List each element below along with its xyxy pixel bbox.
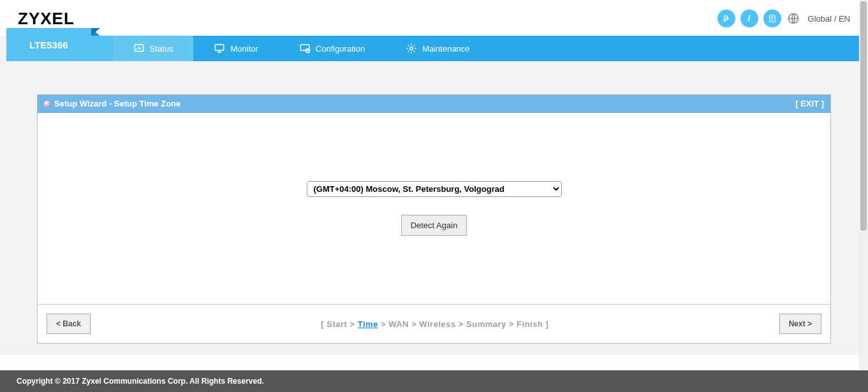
main-nav: LTE5366 Status Monitor [0, 36, 868, 355]
back-button[interactable]: < Back [47, 314, 91, 334]
wizard-step: Summary [466, 319, 506, 329]
nav-item-monitor[interactable]: Monitor [193, 36, 278, 61]
scrollbar-thumb[interactable] [860, 1, 867, 231]
wizard-step: Wireless [419, 319, 455, 329]
setup-wizard-panel: Setup Wizard - Setup Time Zone [ EXIT ] … [37, 94, 831, 344]
nav-item-label: Monitor [230, 44, 258, 54]
maintenance-icon [406, 43, 417, 54]
language-selector[interactable]: Global / EN [808, 14, 850, 24]
detect-again-button[interactable]: Detect Again [401, 215, 467, 236]
nav-item-label: Status [150, 44, 173, 54]
app-header: ZYXEL i Global / EN [0, 0, 868, 36]
app-footer: Copyright © 2017 Zyxel Communications Co… [0, 370, 868, 392]
panel-title-text: Setup Wizard - Setup Time Zone [54, 99, 180, 108]
timezone-select[interactable]: (GMT+04:00) Moscow, St. Petersburg, Volg… [307, 181, 562, 197]
monitor-icon [214, 43, 225, 54]
wizard-step: Start [327, 319, 347, 329]
copyright-text: Copyright © 2017 Zyxel Communications Co… [17, 377, 264, 386]
next-button[interactable]: Next > [779, 314, 821, 334]
panel-title-bar: Setup Wizard - Setup Time Zone [ EXIT ] [38, 95, 830, 113]
panel-orb-icon [44, 101, 50, 107]
wizard-step: Finish [517, 319, 543, 329]
vertical-scrollbar[interactable] [859, 0, 868, 373]
nav-item-maintenance[interactable]: Maintenance [385, 36, 490, 61]
wrench-icon[interactable] [717, 10, 735, 27]
status-icon [133, 43, 145, 54]
exit-link[interactable]: [ EXIT ] [795, 99, 824, 108]
header-actions: i Global / EN [717, 10, 850, 27]
nav-item-label: Maintenance [422, 44, 469, 54]
device-name-tab[interactable]: LTE5366 [6, 28, 91, 61]
wizard-step: WAN [388, 319, 409, 329]
svg-rect-3 [216, 45, 224, 50]
configuration-icon [299, 43, 311, 54]
svg-point-6 [410, 47, 413, 50]
globe-icon[interactable] [786, 11, 800, 25]
device-name-label: LTE5366 [29, 40, 68, 50]
wizard-step-active[interactable]: Time [358, 319, 378, 329]
document-icon[interactable] [763, 10, 781, 27]
nav-item-status[interactable]: Status [113, 36, 194, 61]
panel-footer: < Back [ Start > Time > WAN > Wireless >… [38, 304, 830, 343]
panel-body: (GMT+04:00) Moscow, St. Petersburg, Volg… [38, 113, 830, 304]
wizard-breadcrumbs: [ Start > Time > WAN > Wireless > Summar… [321, 319, 548, 329]
nav-item-configuration[interactable]: Configuration [279, 36, 385, 61]
logo: ZYXEL [18, 9, 75, 29]
nav-item-label: Configuration [316, 44, 365, 54]
info-icon[interactable]: i [740, 10, 758, 27]
